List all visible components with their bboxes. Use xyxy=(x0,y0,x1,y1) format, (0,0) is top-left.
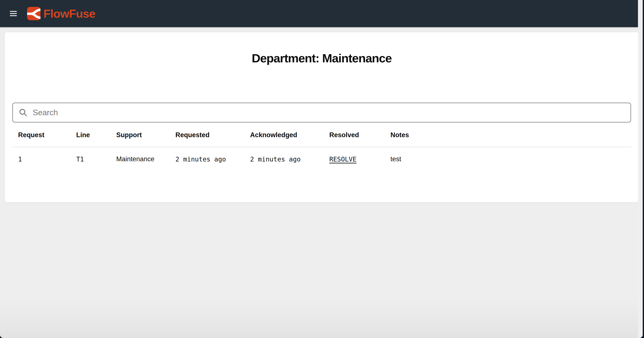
brand-wordmark: FlowFuse xyxy=(44,8,95,19)
vertical-scrollbar[interactable] xyxy=(638,0,643,338)
page-content: Department: Maintenance Request Line Sup… xyxy=(0,27,638,338)
hamburger-menu-button[interactable] xyxy=(6,7,20,20)
column-header-request: Request xyxy=(12,127,70,147)
column-header-support: Support xyxy=(110,127,170,147)
column-header-line: Line xyxy=(70,127,110,147)
hamburger-icon xyxy=(10,11,17,12)
department-card: Department: Maintenance Request Line Sup… xyxy=(5,32,638,202)
cell-notes: test xyxy=(385,147,631,171)
requests-table: Request Line Support Requested Acknowled… xyxy=(12,127,631,171)
cell-line: T1 xyxy=(70,147,110,171)
cell-request: 1 xyxy=(12,147,70,171)
browser-window: FlowFuse Department: Maintenance Request… xyxy=(0,0,643,338)
column-header-acknowledged: Acknowledged xyxy=(244,127,324,147)
flowfuse-fork-icon xyxy=(27,7,40,20)
table-header-row: Request Line Support Requested Acknowled… xyxy=(12,127,631,147)
cell-acknowledged: 2 minutes ago xyxy=(244,147,324,171)
search-box xyxy=(12,103,631,123)
column-header-resolved: Resolved xyxy=(324,127,385,147)
column-header-requested: Requested xyxy=(170,127,244,147)
app-header: FlowFuse xyxy=(0,0,638,27)
search-icon xyxy=(19,108,28,117)
screen: { "appbar": { "brand": "FlowFuse", "bar_… xyxy=(0,0,644,338)
page-title: Department: Maintenance xyxy=(5,51,638,65)
cell-support: Maintenance xyxy=(110,147,170,171)
column-header-notes: Notes xyxy=(385,127,631,147)
table-row: 1 T1 Maintenance 2 minutes ago 2 minutes… xyxy=(12,147,631,171)
brand-logo: FlowFuse xyxy=(27,7,95,20)
resolve-link[interactable]: RESOLVE xyxy=(329,155,356,163)
search-input[interactable] xyxy=(32,103,630,122)
cell-requested: 2 minutes ago xyxy=(170,147,244,171)
